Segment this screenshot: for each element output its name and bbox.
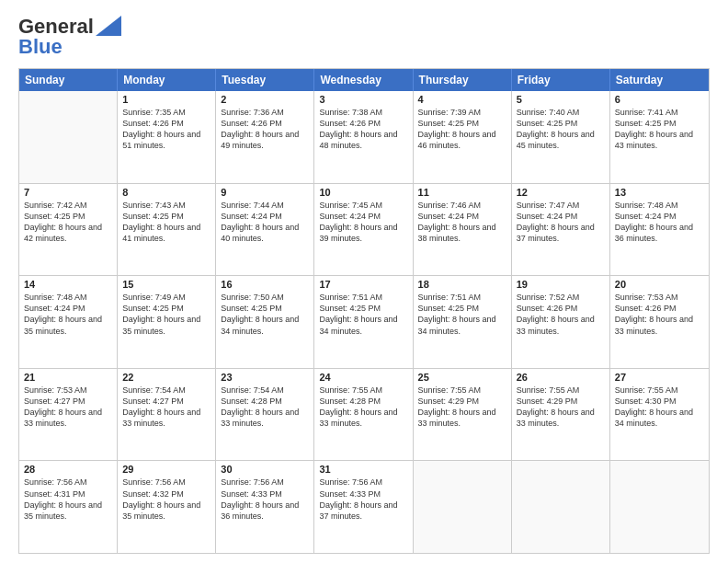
weekday-header: Friday <box>512 69 610 91</box>
day-number: 4 <box>418 94 506 105</box>
calendar-cell: 11Sunrise: 7:46 AMSunset: 4:24 PMDayligh… <box>414 184 512 276</box>
day-number: 27 <box>615 372 704 383</box>
calendar-cell: 23Sunrise: 7:54 AMSunset: 4:28 PMDayligh… <box>216 369 314 461</box>
day-number: 29 <box>122 464 210 475</box>
day-number: 10 <box>319 187 407 198</box>
day-number: 7 <box>24 187 112 198</box>
calendar-cell: 10Sunrise: 7:45 AMSunset: 4:24 PMDayligh… <box>314 184 413 276</box>
logo: General Blue <box>18 15 121 59</box>
cell-info: Sunrise: 7:46 AMSunset: 4:24 PMDaylight:… <box>418 200 506 245</box>
calendar-cell: 30Sunrise: 7:56 AMSunset: 4:33 PMDayligh… <box>216 461 314 553</box>
cell-info: Sunrise: 7:35 AMSunset: 4:26 PMDaylight:… <box>122 107 210 152</box>
calendar-cell: 29Sunrise: 7:56 AMSunset: 4:32 PMDayligh… <box>118 461 216 553</box>
calendar-cell: 24Sunrise: 7:55 AMSunset: 4:28 PMDayligh… <box>314 369 413 461</box>
day-number: 17 <box>319 279 407 290</box>
cell-info: Sunrise: 7:43 AMSunset: 4:25 PMDaylight:… <box>122 200 210 245</box>
calendar-cell: 12Sunrise: 7:47 AMSunset: 4:24 PMDayligh… <box>512 184 610 276</box>
cell-info: Sunrise: 7:48 AMSunset: 4:24 PMDaylight:… <box>615 200 704 245</box>
calendar-cell <box>610 461 709 553</box>
logo-blue-text: Blue <box>18 35 63 59</box>
calendar-row: 14Sunrise: 7:48 AMSunset: 4:24 PMDayligh… <box>19 276 709 369</box>
day-number: 28 <box>24 464 112 475</box>
calendar-row: 1Sunrise: 7:35 AMSunset: 4:26 PMDaylight… <box>19 91 709 184</box>
cell-info: Sunrise: 7:44 AMSunset: 4:24 PMDaylight:… <box>221 200 309 245</box>
day-number: 14 <box>24 279 112 290</box>
day-number: 18 <box>418 279 506 290</box>
day-number: 11 <box>418 187 506 198</box>
cell-info: Sunrise: 7:38 AMSunset: 4:26 PMDaylight:… <box>319 107 407 152</box>
cell-info: Sunrise: 7:56 AMSunset: 4:32 PMDaylight:… <box>122 477 210 522</box>
day-number: 19 <box>517 279 605 290</box>
calendar-cell: 6Sunrise: 7:41 AMSunset: 4:25 PMDaylight… <box>610 91 709 183</box>
cell-info: Sunrise: 7:42 AMSunset: 4:25 PMDaylight:… <box>24 200 112 245</box>
day-number: 12 <box>517 187 605 198</box>
calendar-cell <box>512 461 610 553</box>
day-number: 5 <box>517 94 605 105</box>
calendar-cell: 25Sunrise: 7:55 AMSunset: 4:29 PMDayligh… <box>414 369 512 461</box>
day-number: 21 <box>24 372 112 383</box>
cell-info: Sunrise: 7:51 AMSunset: 4:25 PMDaylight:… <box>418 292 506 337</box>
weekday-header: Wednesday <box>314 69 413 91</box>
calendar-cell <box>414 461 512 553</box>
cell-info: Sunrise: 7:55 AMSunset: 4:30 PMDaylight:… <box>615 385 704 430</box>
calendar-cell: 27Sunrise: 7:55 AMSunset: 4:30 PMDayligh… <box>610 369 709 461</box>
cell-info: Sunrise: 7:56 AMSunset: 4:33 PMDaylight:… <box>319 477 407 522</box>
day-number: 16 <box>221 279 309 290</box>
cell-info: Sunrise: 7:48 AMSunset: 4:24 PMDaylight:… <box>24 292 112 337</box>
calendar-cell: 17Sunrise: 7:51 AMSunset: 4:25 PMDayligh… <box>314 276 413 368</box>
calendar-cell <box>19 91 118 183</box>
day-number: 8 <box>122 187 210 198</box>
svg-marker-0 <box>96 16 121 36</box>
cell-info: Sunrise: 7:55 AMSunset: 4:29 PMDaylight:… <box>517 385 605 430</box>
cell-info: Sunrise: 7:54 AMSunset: 4:27 PMDaylight:… <box>122 385 210 430</box>
cell-info: Sunrise: 7:47 AMSunset: 4:24 PMDaylight:… <box>517 200 605 245</box>
calendar-cell: 28Sunrise: 7:56 AMSunset: 4:31 PMDayligh… <box>19 461 118 553</box>
day-number: 26 <box>517 372 605 383</box>
calendar-cell: 8Sunrise: 7:43 AMSunset: 4:25 PMDaylight… <box>118 184 216 276</box>
day-number: 22 <box>122 372 210 383</box>
calendar-cell: 16Sunrise: 7:50 AMSunset: 4:25 PMDayligh… <box>216 276 314 368</box>
calendar-cell: 2Sunrise: 7:36 AMSunset: 4:26 PMDaylight… <box>216 91 314 183</box>
page: General Blue SundayMondayTuesdayWednesda… <box>0 0 728 563</box>
cell-info: Sunrise: 7:50 AMSunset: 4:25 PMDaylight:… <box>221 292 309 337</box>
calendar-cell: 1Sunrise: 7:35 AMSunset: 4:26 PMDaylight… <box>118 91 216 183</box>
calendar-cell: 20Sunrise: 7:53 AMSunset: 4:26 PMDayligh… <box>610 276 709 368</box>
calendar: SundayMondayTuesdayWednesdayThursdayFrid… <box>18 68 710 554</box>
cell-info: Sunrise: 7:52 AMSunset: 4:26 PMDaylight:… <box>517 292 605 337</box>
calendar-cell: 19Sunrise: 7:52 AMSunset: 4:26 PMDayligh… <box>512 276 610 368</box>
day-number: 15 <box>122 279 210 290</box>
calendar-cell: 31Sunrise: 7:56 AMSunset: 4:33 PMDayligh… <box>314 461 413 553</box>
day-number: 25 <box>418 372 506 383</box>
calendar-header: SundayMondayTuesdayWednesdayThursdayFrid… <box>19 69 709 91</box>
calendar-cell: 5Sunrise: 7:40 AMSunset: 4:25 PMDaylight… <box>512 91 610 183</box>
cell-info: Sunrise: 7:53 AMSunset: 4:27 PMDaylight:… <box>24 385 112 430</box>
day-number: 3 <box>319 94 407 105</box>
weekday-header: Monday <box>118 69 216 91</box>
cell-info: Sunrise: 7:54 AMSunset: 4:28 PMDaylight:… <box>221 385 309 430</box>
calendar-row: 7Sunrise: 7:42 AMSunset: 4:25 PMDaylight… <box>19 184 709 277</box>
calendar-cell: 3Sunrise: 7:38 AMSunset: 4:26 PMDaylight… <box>314 91 413 183</box>
cell-info: Sunrise: 7:45 AMSunset: 4:24 PMDaylight:… <box>319 200 407 245</box>
calendar-cell: 9Sunrise: 7:44 AMSunset: 4:24 PMDaylight… <box>216 184 314 276</box>
day-number: 2 <box>221 94 309 105</box>
weekday-header: Saturday <box>610 69 709 91</box>
calendar-cell: 14Sunrise: 7:48 AMSunset: 4:24 PMDayligh… <box>19 276 118 368</box>
day-number: 6 <box>615 94 704 105</box>
day-number: 31 <box>319 464 407 475</box>
cell-info: Sunrise: 7:55 AMSunset: 4:29 PMDaylight:… <box>418 385 506 430</box>
calendar-cell: 22Sunrise: 7:54 AMSunset: 4:27 PMDayligh… <box>118 369 216 461</box>
calendar-cell: 18Sunrise: 7:51 AMSunset: 4:25 PMDayligh… <box>414 276 512 368</box>
weekday-header: Tuesday <box>216 69 314 91</box>
weekday-header: Thursday <box>414 69 512 91</box>
day-number: 24 <box>319 372 407 383</box>
day-number: 20 <box>615 279 704 290</box>
cell-info: Sunrise: 7:56 AMSunset: 4:33 PMDaylight:… <box>221 477 309 522</box>
day-number: 1 <box>122 94 210 105</box>
cell-info: Sunrise: 7:55 AMSunset: 4:28 PMDaylight:… <box>319 385 407 430</box>
calendar-cell: 15Sunrise: 7:49 AMSunset: 4:25 PMDayligh… <box>118 276 216 368</box>
calendar-cell: 13Sunrise: 7:48 AMSunset: 4:24 PMDayligh… <box>610 184 709 276</box>
cell-info: Sunrise: 7:40 AMSunset: 4:25 PMDaylight:… <box>517 107 605 152</box>
day-number: 9 <box>221 187 309 198</box>
cell-info: Sunrise: 7:49 AMSunset: 4:25 PMDaylight:… <box>122 292 210 337</box>
calendar-row: 28Sunrise: 7:56 AMSunset: 4:31 PMDayligh… <box>19 461 709 553</box>
